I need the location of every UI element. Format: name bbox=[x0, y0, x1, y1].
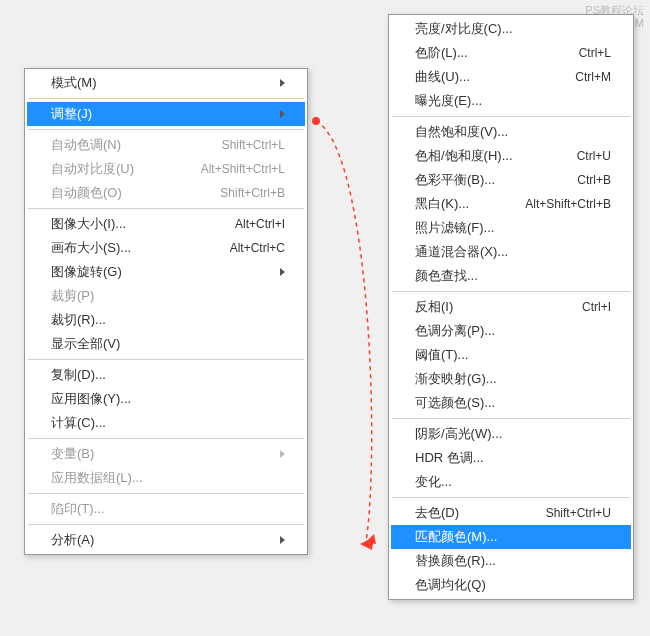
adjustments-submenu: 亮度/对比度(C)...色阶(L)...Ctrl+L曲线(U)...Ctrl+M… bbox=[388, 14, 634, 600]
adjust-menu-item[interactable]: 曝光度(E)... bbox=[391, 89, 631, 113]
menu-item-shortcut: Shift+Ctrl+U bbox=[546, 506, 611, 520]
menu-item-label: 色相/饱和度(H)... bbox=[415, 147, 561, 165]
menu-item-label: 复制(D)... bbox=[51, 366, 285, 384]
image-menu-item[interactable]: 计算(C)... bbox=[27, 411, 305, 435]
adjust-menu-item[interactable]: 照片滤镜(F)... bbox=[391, 216, 631, 240]
menu-item-label: 变量(B) bbox=[51, 445, 272, 463]
adjust-menu-item[interactable]: 渐变映射(G)... bbox=[391, 367, 631, 391]
menu-item-shortcut: Ctrl+L bbox=[579, 46, 611, 60]
adjust-menu-item[interactable]: 去色(D)Shift+Ctrl+U bbox=[391, 501, 631, 525]
menu-item-shortcut: Shift+Ctrl+L bbox=[222, 138, 285, 152]
menu-item-label: 照片滤镜(F)... bbox=[415, 219, 611, 237]
submenu-arrow-icon bbox=[280, 536, 285, 544]
menu-item-label: 色调均化(Q) bbox=[415, 576, 611, 594]
image-menu-item[interactable]: 裁切(R)... bbox=[27, 308, 305, 332]
adjust-menu-item[interactable]: 色相/饱和度(H)...Ctrl+U bbox=[391, 144, 631, 168]
adjust-menu-item[interactable]: 色调分离(P)... bbox=[391, 319, 631, 343]
menu-item-shortcut: Ctrl+B bbox=[577, 173, 611, 187]
adjust-menu-item[interactable]: 黑白(K)...Alt+Shift+Ctrl+B bbox=[391, 192, 631, 216]
image-menu-item[interactable]: 应用图像(Y)... bbox=[27, 387, 305, 411]
menu-item-label: 匹配颜色(M)... bbox=[415, 528, 611, 546]
svg-point-0 bbox=[312, 117, 320, 125]
menu-item-label: 裁剪(P) bbox=[51, 287, 285, 305]
adjust-menu-item[interactable]: 匹配颜色(M)... bbox=[391, 525, 631, 549]
image-menu-item: 应用数据组(L)... bbox=[27, 466, 305, 490]
menu-item-shortcut: Ctrl+M bbox=[575, 70, 611, 84]
image-menu: 模式(M)调整(J)自动色调(N)Shift+Ctrl+L自动对比度(U)Alt… bbox=[24, 68, 308, 555]
menu-item-shortcut: Alt+Ctrl+I bbox=[235, 217, 285, 231]
image-menu-item: 变量(B) bbox=[27, 442, 305, 466]
adjust-menu-item[interactable]: 亮度/对比度(C)... bbox=[391, 17, 631, 41]
menu-item-label: 计算(C)... bbox=[51, 414, 285, 432]
menu-separator bbox=[28, 359, 304, 360]
menu-item-label: 显示全部(V) bbox=[51, 335, 285, 353]
image-menu-item[interactable]: 图像旋转(G) bbox=[27, 260, 305, 284]
menu-item-shortcut: Alt+Shift+Ctrl+L bbox=[201, 162, 285, 176]
menu-item-label: 可选颜色(S)... bbox=[415, 394, 611, 412]
menu-item-label: 色调分离(P)... bbox=[415, 322, 611, 340]
adjust-menu-item[interactable]: 颜色查找... bbox=[391, 264, 631, 288]
adjust-menu-item[interactable]: 反相(I)Ctrl+I bbox=[391, 295, 631, 319]
image-menu-item[interactable]: 调整(J) bbox=[27, 102, 305, 126]
submenu-arrow-icon bbox=[280, 110, 285, 118]
svg-marker-1 bbox=[366, 534, 376, 544]
menu-item-shortcut: Ctrl+U bbox=[577, 149, 611, 163]
menu-item-shortcut: Ctrl+I bbox=[582, 300, 611, 314]
adjust-menu-item[interactable]: 替换颜色(R)... bbox=[391, 549, 631, 573]
image-menu-item: 自动色调(N)Shift+Ctrl+L bbox=[27, 133, 305, 157]
menu-item-label: 画布大小(S)... bbox=[51, 239, 214, 257]
menu-item-label: HDR 色调... bbox=[415, 449, 611, 467]
menu-separator bbox=[392, 418, 630, 419]
menu-item-label: 阈值(T)... bbox=[415, 346, 611, 364]
adjust-menu-item[interactable]: 阈值(T)... bbox=[391, 343, 631, 367]
menu-item-label: 黑白(K)... bbox=[415, 195, 509, 213]
image-menu-item: 自动对比度(U)Alt+Shift+Ctrl+L bbox=[27, 157, 305, 181]
adjust-menu-item[interactable]: 变化... bbox=[391, 470, 631, 494]
menu-separator bbox=[28, 524, 304, 525]
menu-separator bbox=[28, 438, 304, 439]
image-menu-item[interactable]: 显示全部(V) bbox=[27, 332, 305, 356]
menu-item-label: 图像大小(I)... bbox=[51, 215, 219, 233]
menu-separator bbox=[392, 291, 630, 292]
adjust-menu-item[interactable]: 自然饱和度(V)... bbox=[391, 120, 631, 144]
menu-item-label: 阴影/高光(W)... bbox=[415, 425, 611, 443]
image-menu-item[interactable]: 分析(A) bbox=[27, 528, 305, 552]
menu-item-label: 色阶(L)... bbox=[415, 44, 563, 62]
adjust-menu-item[interactable]: 通道混合器(X)... bbox=[391, 240, 631, 264]
adjust-menu-item[interactable]: 色调均化(Q) bbox=[391, 573, 631, 597]
menu-item-label: 色彩平衡(B)... bbox=[415, 171, 561, 189]
image-menu-item[interactable]: 复制(D)... bbox=[27, 363, 305, 387]
adjust-menu-item[interactable]: 色彩平衡(B)...Ctrl+B bbox=[391, 168, 631, 192]
menu-item-label: 曝光度(E)... bbox=[415, 92, 611, 110]
menu-item-label: 裁切(R)... bbox=[51, 311, 285, 329]
menu-item-label: 自然饱和度(V)... bbox=[415, 123, 611, 141]
svg-marker-2 bbox=[360, 537, 374, 550]
image-menu-item[interactable]: 图像大小(I)...Alt+Ctrl+I bbox=[27, 212, 305, 236]
menu-item-label: 去色(D) bbox=[415, 504, 530, 522]
menu-item-label: 陷印(T)... bbox=[51, 500, 285, 518]
adjust-menu-item[interactable]: HDR 色调... bbox=[391, 446, 631, 470]
submenu-arrow-icon bbox=[280, 268, 285, 276]
adjust-menu-item[interactable]: 可选颜色(S)... bbox=[391, 391, 631, 415]
menu-item-label: 替换颜色(R)... bbox=[415, 552, 611, 570]
menu-item-label: 渐变映射(G)... bbox=[415, 370, 611, 388]
menu-item-label: 应用数据组(L)... bbox=[51, 469, 285, 487]
menu-item-label: 分析(A) bbox=[51, 531, 272, 549]
image-menu-item: 陷印(T)... bbox=[27, 497, 305, 521]
menu-item-shortcut: Alt+Shift+Ctrl+B bbox=[525, 197, 611, 211]
image-menu-item[interactable]: 模式(M) bbox=[27, 71, 305, 95]
menu-item-label: 变化... bbox=[415, 473, 611, 491]
adjust-menu-item[interactable]: 阴影/高光(W)... bbox=[391, 422, 631, 446]
submenu-arrow-icon bbox=[280, 450, 285, 458]
menu-item-label: 亮度/对比度(C)... bbox=[415, 20, 611, 38]
menu-item-label: 自动对比度(U) bbox=[51, 160, 185, 178]
adjust-menu-item[interactable]: 曲线(U)...Ctrl+M bbox=[391, 65, 631, 89]
menu-item-shortcut: Shift+Ctrl+B bbox=[220, 186, 285, 200]
menu-separator bbox=[28, 129, 304, 130]
menu-item-label: 颜色查找... bbox=[415, 267, 611, 285]
adjust-menu-item[interactable]: 色阶(L)...Ctrl+L bbox=[391, 41, 631, 65]
menu-item-label: 模式(M) bbox=[51, 74, 272, 92]
menu-item-label: 图像旋转(G) bbox=[51, 263, 272, 281]
image-menu-item[interactable]: 画布大小(S)...Alt+Ctrl+C bbox=[27, 236, 305, 260]
image-menu-item: 裁剪(P) bbox=[27, 284, 305, 308]
